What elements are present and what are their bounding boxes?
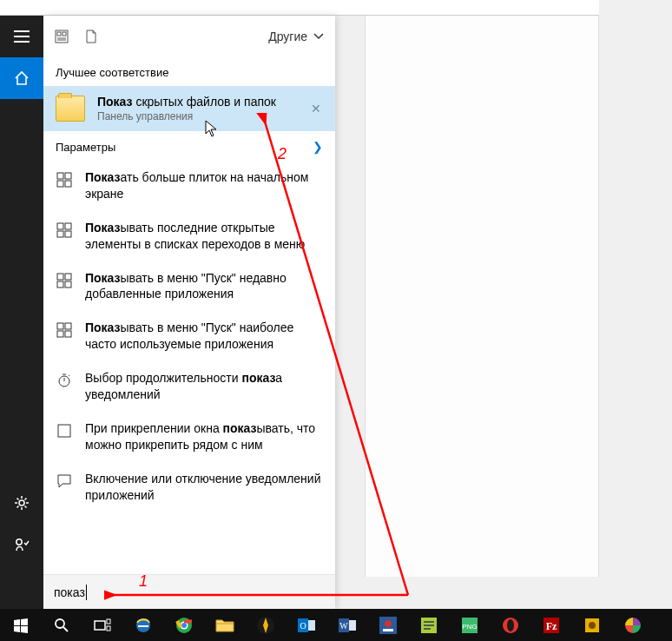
filezilla-app[interactable]: Fz [530,609,571,641]
svg-rect-27 [107,619,110,624]
best-match-title: Показ скрытых файлов и папок [97,95,295,109]
picasa-icon [622,614,644,637]
background-window-titlebar [0,0,599,16]
search-query-text: показ [54,585,85,599]
svg-rect-7 [57,181,63,187]
tiles-icon [56,272,73,289]
taskview-icon [91,614,114,637]
svg-text:PNG: PNG [462,623,477,631]
apps-view-icon[interactable] [54,29,69,44]
svg-text:O: O [300,621,306,631]
svg-rect-22 [58,425,70,437]
settings-result-item[interactable]: Показывать последние открытые элементы в… [43,211,335,261]
chrome-app[interactable] [163,609,204,641]
result-text: Включение или отключение уведомлений при… [85,471,321,504]
rail-menu-button[interactable] [0,16,43,57]
svg-rect-17 [57,323,63,329]
settings-results-list: Показать больше плиток на начальном экра… [43,161,335,574]
npp-icon [418,614,440,637]
svg-rect-15 [57,281,63,287]
background-window-panel [365,16,599,577]
square-icon [56,422,73,439]
svg-rect-26 [95,621,105,630]
svg-rect-8 [65,181,71,187]
settings-result-item[interactable]: Показать больше плиток на начальном экра… [43,161,335,211]
cortana-search-panel: Другие Лучшее соответствие Показ скрытых… [43,16,335,609]
opera-app[interactable] [490,609,530,641]
svg-rect-16 [65,281,71,287]
svg-rect-42 [383,629,393,631]
filters-label: Другие [268,30,307,43]
search-input[interactable]: показ [43,574,335,609]
settings-result-item[interactable]: При прикреплении окна показывать, что мо… [43,412,335,462]
search-icon [50,614,73,637]
png-icon: PNG [458,614,481,637]
svg-point-41 [385,620,392,627]
search-panel-toolbar: Другие [43,16,335,57]
cortana-search[interactable] [41,609,82,641]
best-match-subtitle: Панель управления [97,110,295,122]
result-text: Показывать в меню "Пуск" наиболее часто … [85,320,321,353]
util-icon [581,614,603,637]
settings-result-item[interactable]: Включение или отключение уведомлений при… [43,462,335,512]
irfan-app[interactable] [367,609,408,641]
settings-result-item[interactable]: Показывать в меню "Пуск" наиболее часто … [43,311,335,361]
aimp-app[interactable] [245,609,286,641]
outlook-app[interactable]: O [286,609,326,641]
svg-rect-4 [63,32,66,36]
png-app[interactable]: PNG [449,609,490,641]
taskbar: OWPNGFz [0,609,672,641]
folder-icon [214,614,236,637]
chevron-right-icon: ❯ [313,140,323,154]
svg-text:W: W [339,621,348,631]
svg-rect-18 [65,323,71,329]
svg-rect-11 [57,231,63,237]
timer-icon [56,372,73,389]
best-match-header: Лучшее соответствие [43,57,335,86]
opera-icon [499,614,522,637]
svg-point-32 [181,623,187,628]
svg-rect-5 [57,173,63,179]
svg-rect-9 [57,223,63,229]
start-button[interactable] [0,609,41,641]
svg-point-51 [589,622,596,629]
result-text: Показать больше плиток на начальном экра… [85,169,321,202]
svg-rect-6 [65,173,71,179]
svg-rect-13 [57,274,63,280]
explorer-app[interactable] [204,609,245,641]
ie-app[interactable] [122,609,163,641]
task-view[interactable] [82,609,122,641]
svg-rect-20 [65,331,71,337]
tiles-icon [56,171,73,188]
picasa-app[interactable] [612,609,653,641]
result-text: Выбор продолжительности показа уведомлен… [85,370,321,403]
svg-point-1 [16,539,22,545]
utility-app[interactable] [571,609,612,641]
rail-settings-button[interactable] [0,482,43,524]
document-view-icon[interactable] [83,29,99,44]
rail-home-button[interactable] [0,57,43,99]
svg-point-25 [56,619,64,628]
settings-header[interactable]: Параметры ❯ [43,131,335,161]
settings-result-item[interactable]: Показывать в меню "Пуск" недавно добавле… [43,261,335,312]
svg-text:Fz: Fz [545,620,557,632]
filters-dropdown[interactable]: Другие [268,30,325,43]
irfan-icon [377,614,399,637]
result-text: Показывать последние открытые элементы в… [85,220,321,253]
folder-icon [56,96,85,122]
svg-rect-39 [349,620,356,631]
svg-rect-19 [57,331,63,337]
fz-icon: Fz [540,614,563,637]
chrome-icon [173,614,195,637]
word-icon: W [336,614,359,637]
ie-icon [132,614,155,637]
close-icon[interactable]: ✕ [307,102,325,116]
rail-feedback-button[interactable] [0,524,43,565]
svg-rect-14 [65,274,71,280]
notepadpp-app[interactable] [408,609,449,641]
word-app[interactable]: W [326,609,367,641]
outlook-icon: O [295,614,318,637]
svg-rect-12 [65,231,71,237]
settings-result-item[interactable]: Выбор продолжительности показа уведомлен… [43,361,335,412]
best-match-result[interactable]: Показ скрытых файлов и папок Панель упра… [43,86,335,131]
